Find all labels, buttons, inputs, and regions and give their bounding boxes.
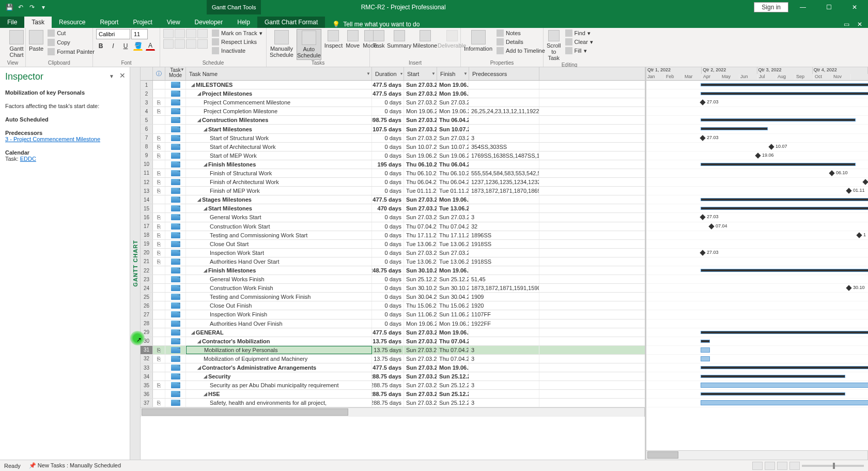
task-mode-cell[interactable] (165, 116, 186, 124)
finish-cell[interactable]: Mon 19.06.2 (437, 328, 469, 337)
menu-report[interactable]: Report (92, 17, 126, 28)
task-mode-cell[interactable] (165, 240, 186, 248)
duration-cell[interactable]: 13.75 days (372, 346, 404, 354)
finish-cell[interactable]: Sun 30.10.22 (437, 284, 469, 292)
finish-cell[interactable]: Sun 11.06.23 (437, 310, 469, 318)
ribbon-display-icon[interactable]: ▭ (841, 21, 851, 28)
task-name-cell[interactable]: ◢Start Milestones (186, 125, 372, 133)
task-mode-cell[interactable] (165, 337, 186, 345)
task-name-cell[interactable]: Safety, health and environments for all … (186, 399, 372, 407)
predecessors-cell[interactable]: 1918SS (469, 240, 539, 248)
duration-cell[interactable]: 0 days (372, 284, 404, 292)
predecessors-cell[interactable]: 1896SS (469, 231, 539, 239)
predecessors-cell[interactable]: 555,554,584,583,553,542,541 (469, 169, 539, 177)
milestone-marker[interactable] (700, 135, 705, 141)
task-mode-cell[interactable] (165, 284, 186, 292)
duration-cell[interactable]: 288.75 days (372, 381, 404, 389)
col-predecessors[interactable]: Predecessors (469, 67, 539, 80)
task-row[interactable]: 19⎘Close Out Start0 daysTue 13.06.23Tue … (141, 240, 645, 249)
gantt-bar[interactable] (701, 163, 856, 166)
gantt-row[interactable] (646, 275, 868, 284)
gantt-row[interactable]: 27.03 (646, 213, 868, 222)
task-row[interactable]: 21⎘Authorities Hand Over Start0 daysTue … (141, 257, 645, 266)
milestone-marker[interactable] (768, 144, 774, 149)
gantt-row[interactable] (646, 81, 868, 89)
gantt-row[interactable]: 07.04 (646, 222, 868, 231)
task-row[interactable]: 23General Works Finish0 daysSun 25.12.22… (141, 275, 645, 284)
task-mode-cell[interactable] (165, 134, 186, 142)
row-number[interactable]: 25 (141, 293, 153, 301)
predecessors-cell[interactable]: 3 (469, 213, 539, 221)
duration-cell[interactable]: 477.5 days (372, 195, 404, 204)
predecessors-cell[interactable] (469, 372, 539, 381)
task-mode-cell[interactable] (165, 231, 186, 239)
start-cell[interactable]: Thu 07.04.22 (404, 222, 437, 231)
task-name-cell[interactable]: ◢Finish Milestones (186, 160, 372, 169)
task-name-cell[interactable]: Project Completion Milestone (186, 107, 372, 115)
task-name-cell[interactable]: Testing and Commissioning Work Start (186, 231, 372, 239)
tell-me-search[interactable]: 💡Tell me what you want to do (325, 21, 420, 28)
finish-cell[interactable]: Mon 19.06.2 (437, 195, 469, 204)
duration-cell[interactable]: 0 days (372, 107, 404, 115)
duration-cell[interactable]: 13.75 days (372, 337, 404, 345)
duration-cell[interactable]: 248.75 days (372, 266, 404, 275)
row-number[interactable]: 21 (141, 257, 153, 266)
gantt-row[interactable] (646, 178, 868, 187)
gantt-row[interactable] (646, 381, 868, 390)
task-mode-cell[interactable] (165, 363, 186, 372)
start-cell[interactable]: Sun 27.03.22 (404, 399, 437, 407)
start-cell[interactable]: Sun 27.03.22 (404, 337, 437, 345)
task-name-cell[interactable]: General Works Finish (186, 275, 372, 283)
row-number[interactable]: 22 (141, 266, 153, 275)
task-name-cell[interactable]: Inspection Work Start (186, 249, 372, 257)
task-mode-cell[interactable] (165, 160, 186, 169)
task-name-cell[interactable]: ◢Start Milestones (186, 204, 372, 212)
predecessors-cell[interactable]: 1920 (469, 301, 539, 310)
row-number[interactable]: 3 (141, 98, 153, 107)
predecessors-cell[interactable]: 3 (469, 134, 539, 142)
duration-cell[interactable]: 477.5 days (372, 328, 404, 337)
predecessors-cell[interactable] (469, 116, 539, 124)
task-mode-cell[interactable] (165, 178, 186, 186)
gantt-row[interactable] (646, 337, 868, 346)
row-number[interactable]: 8 (141, 143, 153, 151)
gantt-row[interactable] (646, 301, 868, 310)
task-row[interactable]: 8⎘Start of Architectural Work0 daysSun 1… (141, 143, 645, 151)
task-row[interactable]: 33◢Contractor's Administrative Arrangeme… (141, 363, 645, 372)
milestone-marker[interactable] (856, 232, 862, 238)
task-row[interactable]: 27Inspection Work Finish0 daysSun 11.06.… (141, 310, 645, 319)
progress-buttons[interactable] (163, 29, 208, 49)
start-cell[interactable]: Thu 15.06.23 (404, 301, 437, 310)
row-number[interactable]: 10 (141, 160, 153, 169)
start-cell[interactable]: Sun 27.03.22 (404, 372, 437, 381)
task-mode-cell[interactable] (165, 222, 186, 231)
task-row[interactable]: 15◢Start Milestones470 daysSun 27.03.22T… (141, 204, 645, 213)
task-name-cell[interactable]: Finish of MEP Work (186, 187, 372, 195)
task-row[interactable]: 18⎘Testing and Commissioning Work Start0… (141, 231, 645, 240)
duration-cell[interactable]: 0 days (372, 98, 404, 107)
gantt-bar[interactable] (701, 269, 868, 272)
gantt-bar[interactable] (701, 207, 868, 210)
row-number[interactable]: 17 (141, 222, 153, 231)
finish-cell[interactable]: Sun 27.03.22 (437, 213, 469, 221)
gantt-bar[interactable] (701, 392, 845, 396)
duration-cell[interactable]: 0 days (372, 143, 404, 151)
gantt-row[interactable] (646, 372, 868, 381)
duration-cell[interactable]: 288.75 days (372, 390, 404, 398)
task-mode-cell[interactable] (165, 310, 186, 318)
predecessors-cell[interactable] (469, 125, 539, 133)
start-cell[interactable]: Sun 27.03.22 (404, 134, 437, 142)
task-row[interactable]: 28Authorities Hand Over Finish0 daysMon … (141, 320, 645, 328)
task-mode-cell[interactable] (165, 213, 186, 221)
task-name-cell[interactable]: Project Commencement Milestone (186, 98, 372, 107)
task-mode-cell[interactable] (165, 249, 186, 257)
duration-cell[interactable]: 0 days (372, 151, 404, 160)
clear-button[interactable]: Clear ▾ (564, 38, 594, 46)
finish-cell[interactable]: Thu 15.06.23 (437, 301, 469, 310)
view-calendar-button[interactable] (777, 462, 787, 470)
row-number[interactable]: 7 (141, 134, 153, 142)
duration-cell[interactable]: 0 days (372, 213, 404, 221)
task-mode-cell[interactable] (165, 355, 186, 363)
duration-cell[interactable]: 0 days (372, 178, 404, 186)
predecessors-cell[interactable] (469, 249, 539, 257)
